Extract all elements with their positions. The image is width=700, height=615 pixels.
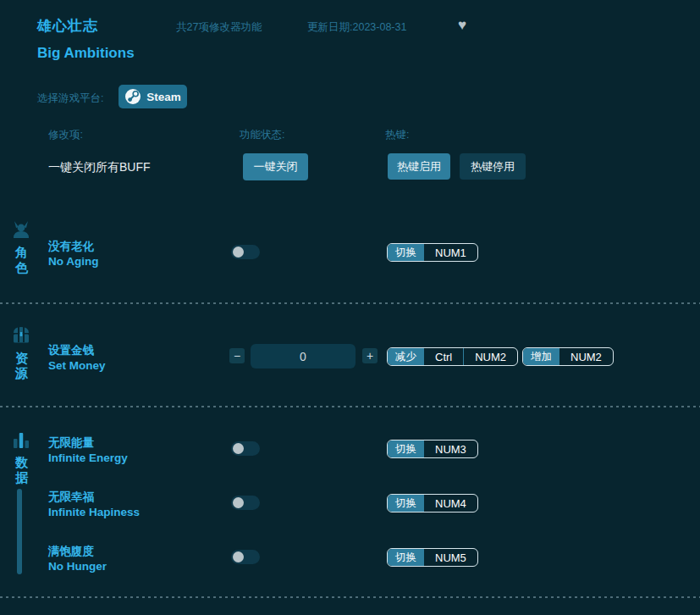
feature-name-en: No Hunger [48, 559, 107, 574]
scrollbar-thumb[interactable] [17, 489, 22, 574]
hotkey-action: 切换 [388, 549, 424, 566]
feature-name-infinite-energy: 无限能量 Infinite Energy [48, 435, 128, 465]
feature-name-cn: 没有老化 [48, 239, 98, 254]
hotkey-enable-button[interactable]: 热键启用 [388, 153, 450, 180]
feature-name-set-money: 设置金钱 Set Money [48, 343, 106, 373]
hotkey-action: 增加 [523, 348, 559, 365]
money-increment-button[interactable]: + [362, 348, 378, 363]
hotkey-key: NUM3 [424, 440, 477, 457]
feature-name-en: No Aging [48, 254, 98, 269]
steam-platform-button[interactable]: Steam [119, 85, 187, 108]
hotkey-key-num2: NUM2 [463, 348, 517, 365]
money-decrement-button[interactable]: − [229, 348, 245, 363]
toggle-no-hunger[interactable] [231, 550, 260, 564]
hotkey-key-ctrl: Ctrl [424, 348, 463, 365]
category-label-resources: 资源 [14, 351, 29, 381]
bottom-divider [0, 596, 700, 598]
feature-name-cn: 无限能量 [48, 435, 128, 451]
toggle-knob [233, 551, 244, 562]
close-all-button[interactable]: 一键关闭 [243, 153, 308, 180]
column-header-hotkey: 热键: [385, 128, 409, 142]
feature-name-en: Infinite Energy [48, 451, 128, 466]
hotkey-chip-num1: 切换 NUM1 [387, 243, 478, 262]
update-date-label: 更新日期:2023-08-31 [307, 20, 406, 35]
section-divider [0, 406, 700, 407]
close-all-buff-label: 一键关闭所有BUFF [48, 160, 151, 175]
feature-name-no-hunger: 满饱腹度 No Hunger [48, 544, 107, 573]
category-label-character: 角色 [14, 245, 29, 275]
toggle-knob [233, 247, 244, 258]
hotkey-action: 切换 [388, 244, 424, 261]
toggle-infinite-energy[interactable] [231, 441, 260, 456]
character-bust-icon [11, 220, 31, 239]
hotkey-action: 切换 [388, 495, 424, 512]
feature-count-label: 共27项修改器功能 [176, 20, 262, 35]
money-value-input[interactable] [251, 344, 356, 368]
hotkey-chip-num3: 切换 NUM3 [387, 440, 478, 458]
category-label-data: 数据 [14, 455, 29, 485]
bar-chart-icon [11, 430, 31, 449]
column-header-modifier: 修改项: [48, 128, 83, 142]
feature-name-en: Infinite Hapiness [48, 505, 140, 520]
hotkey-key: NUM4 [424, 495, 477, 512]
toggle-infinite-happiness[interactable] [231, 496, 260, 510]
feature-name-en: Set Money [48, 358, 106, 374]
hotkey-action: 减少 [388, 348, 424, 365]
section-divider [0, 302, 700, 304]
hotkey-chip-increase: 增加 NUM2 [522, 347, 614, 366]
platform-select-label: 选择游戏平台: [37, 91, 103, 106]
toggle-knob [233, 443, 244, 454]
steam-icon [124, 88, 141, 105]
hotkey-key: NUM5 [424, 549, 477, 566]
game-title-english: Big Ambitions [37, 45, 135, 62]
trainer-window: 雄心壮志 共27项修改器功能 更新日期:2023-08-31 ♥ Big Amb… [0, 0, 700, 615]
money-chest-icon [11, 325, 31, 344]
feature-name-infinite-happiness: 无限幸福 Infinite Hapiness [48, 490, 140, 519]
steam-button-label: Steam [146, 91, 181, 103]
hotkey-chip-num5: 切换 NUM5 [387, 548, 478, 567]
game-title-chinese: 雄心壮志 [37, 16, 98, 36]
favorite-heart-icon[interactable]: ♥ [458, 17, 466, 34]
hotkey-disable-button[interactable]: 热键停用 [460, 153, 526, 180]
hotkey-key: NUM2 [559, 348, 613, 365]
toggle-no-aging[interactable] [231, 245, 260, 259]
feature-name-no-aging: 没有老化 No Aging [48, 239, 98, 269]
hotkey-chip-num4: 切换 NUM4 [387, 494, 478, 512]
hotkey-key: NUM1 [424, 244, 477, 261]
hotkey-chip-decrease: 减少 Ctrl NUM2 [387, 347, 518, 366]
toggle-knob [233, 497, 244, 508]
hotkey-action: 切换 [388, 440, 424, 457]
feature-name-cn: 设置金钱 [48, 343, 106, 358]
column-header-status: 功能状态: [240, 128, 284, 142]
feature-name-cn: 无限幸福 [48, 490, 140, 505]
feature-name-cn: 满饱腹度 [48, 544, 107, 559]
